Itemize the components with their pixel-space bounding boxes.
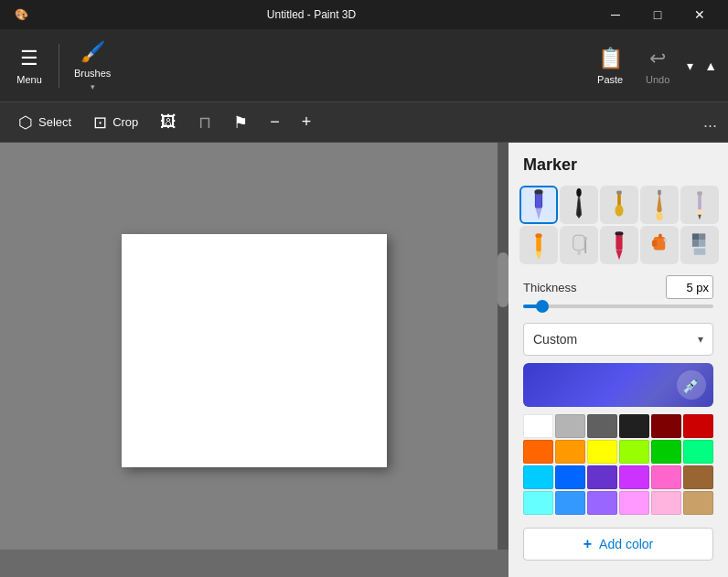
color-palette xyxy=(523,414,713,517)
brush-calligraphy[interactable] xyxy=(560,186,598,224)
window-title: Untitled - Paint 3D xyxy=(28,8,594,21)
zoom-out-tool[interactable]: − xyxy=(262,109,287,135)
color-darkred[interactable] xyxy=(651,414,681,438)
color-green[interactable] xyxy=(651,440,681,464)
brush-pixel[interactable] xyxy=(680,226,719,264)
thickness-slider-track[interactable] xyxy=(523,305,713,308)
toolstrip-more-button[interactable]: ... xyxy=(703,112,717,132)
toolbar-more-button[interactable]: ▾ xyxy=(683,55,697,77)
color-amber[interactable] xyxy=(555,440,585,464)
color-mode-dropdown[interactable]: Custom ▾ xyxy=(523,323,713,356)
brush-pencil[interactable] xyxy=(680,186,719,224)
color-mgray[interactable] xyxy=(587,414,617,438)
brush-marker[interactable] xyxy=(519,186,558,224)
color-lavender[interactable] xyxy=(587,491,617,515)
svg-rect-24 xyxy=(658,233,662,238)
add-color-button[interactable]: + Add color xyxy=(523,528,713,561)
minimize-button[interactable]: ─ xyxy=(594,0,637,29)
brush-watercolor[interactable] xyxy=(640,186,679,224)
crop-tool[interactable]: ⊡ Crop xyxy=(86,109,145,136)
right-panel: Marker xyxy=(509,143,728,577)
menu-button[interactable]: ☰ Menu xyxy=(7,37,51,95)
image-tool[interactable]: 🖼 xyxy=(153,109,184,135)
svg-marker-11 xyxy=(698,215,701,219)
crop-icon: ⊡ xyxy=(93,112,107,133)
color-ltcyan[interactable] xyxy=(523,491,553,515)
color-yellow[interactable] xyxy=(587,440,617,464)
canvas-area[interactable] xyxy=(0,143,509,577)
color-red[interactable] xyxy=(683,414,713,438)
color-pink[interactable] xyxy=(651,465,681,489)
brushes-dropdown-arrow: ▾ xyxy=(91,82,95,91)
flag-icon: ⚑ xyxy=(233,112,248,133)
color-skyblue[interactable] xyxy=(555,491,585,515)
svg-rect-28 xyxy=(699,233,705,240)
brush-airbrush[interactable] xyxy=(560,226,598,264)
color-cyan[interactable] xyxy=(523,465,553,489)
svg-point-8 xyxy=(656,212,662,220)
undo-button[interactable]: ↩ Undo xyxy=(636,37,680,95)
thickness-label: Thickness xyxy=(523,281,577,294)
svg-rect-30 xyxy=(699,240,705,247)
canvas-shadow xyxy=(0,550,509,577)
color-brown[interactable] xyxy=(683,465,713,489)
maximize-button[interactable]: □ xyxy=(637,0,679,29)
svg-point-5 xyxy=(616,205,624,217)
svg-rect-27 xyxy=(692,233,699,240)
brush-crayon[interactable] xyxy=(519,226,558,264)
brush-felt-tip[interactable] xyxy=(600,226,638,264)
zoom-in-tool[interactable]: + xyxy=(294,109,319,135)
svg-rect-22 xyxy=(616,232,624,236)
thickness-slider-thumb[interactable] xyxy=(536,300,549,313)
svg-rect-17 xyxy=(577,250,581,254)
brush-oil[interactable] xyxy=(600,186,638,224)
select-tool[interactable]: ⬡ Select xyxy=(11,109,79,136)
tool-strip: ⬡ Select ⊡ Crop 🖼 ⊓ ⚑ − + ... xyxy=(0,102,728,143)
svg-rect-31 xyxy=(694,249,706,255)
color-lgray[interactable] xyxy=(555,414,585,438)
menu-icon: ☰ xyxy=(20,47,38,70)
color-lime[interactable] xyxy=(619,440,649,464)
app-icon: 🎨 xyxy=(15,8,28,21)
brushes-button[interactable]: 🖌️ Brushes ▾ xyxy=(67,37,118,95)
color-white[interactable] xyxy=(523,414,553,438)
eyedropper-button[interactable]: 💉 xyxy=(677,370,706,400)
main-area: Marker xyxy=(0,143,728,577)
color-blue[interactable] xyxy=(555,465,585,489)
close-button[interactable]: ✕ xyxy=(679,0,721,29)
color-ltpink[interactable] xyxy=(619,491,649,515)
color-violet[interactable] xyxy=(619,465,649,489)
titlebar: 🎨 Untitled - Paint 3D ─ □ ✕ xyxy=(0,0,728,29)
toolbar-collapse-button[interactable]: ▲ xyxy=(701,55,721,77)
color-purple[interactable] xyxy=(587,465,617,489)
brush-grid xyxy=(509,182,728,272)
svg-point-3 xyxy=(576,188,581,197)
svg-rect-16 xyxy=(573,235,585,250)
paste-tool[interactable]: ⊓ xyxy=(191,109,219,136)
thickness-section: Thickness xyxy=(509,272,728,319)
paste-tool-icon: ⊓ xyxy=(198,112,211,133)
paste-button[interactable]: 📋 Paste xyxy=(588,37,632,95)
vertical-scrollbar[interactable] xyxy=(498,143,509,577)
zoom-in-icon: + xyxy=(302,112,312,132)
svg-rect-25 xyxy=(652,240,657,247)
add-icon: + xyxy=(583,536,592,552)
svg-rect-6 xyxy=(616,191,621,195)
vertical-scrollbar-thumb[interactable] xyxy=(498,252,509,307)
color-dgray[interactable] xyxy=(619,414,649,438)
palette-row-3 xyxy=(523,465,713,489)
svg-point-18 xyxy=(583,237,587,240)
thickness-input[interactable] xyxy=(666,275,713,299)
svg-marker-1 xyxy=(535,208,541,220)
active-color-swatch[interactable]: 💉 xyxy=(523,363,713,407)
color-rose[interactable] xyxy=(651,491,681,515)
canvas[interactable] xyxy=(122,234,387,467)
brush-spray[interactable] xyxy=(640,226,679,264)
svg-marker-21 xyxy=(616,250,622,260)
color-tan[interactable] xyxy=(683,491,713,515)
zoom-out-icon: − xyxy=(270,112,280,132)
svg-rect-15 xyxy=(535,233,541,238)
flag-tool[interactable]: ⚑ xyxy=(226,109,255,136)
color-orange[interactable] xyxy=(523,440,553,464)
color-mint[interactable] xyxy=(683,440,713,464)
